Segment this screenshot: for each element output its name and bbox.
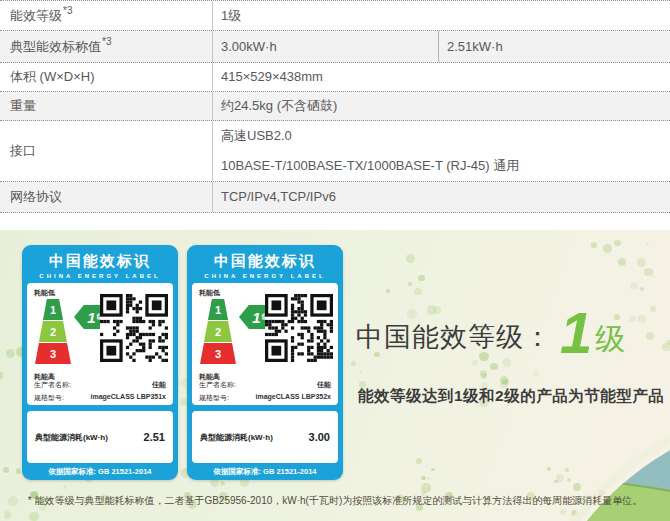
spec-row: 接口高速USB2.0 10BASE-T/100BASE-TX/1000BASE-…	[0, 121, 670, 182]
china-energy-label: 中国能效标识 CHINA ENERGY LABEL 耗能低 1 2 3 耗能高 …	[22, 245, 178, 480]
spec-value-cell: 高速USB2.0 10BASE-T/100BASE-TX/1000BASE-T …	[213, 121, 670, 181]
tier-1-segment: 1	[200, 299, 236, 320]
consumption-value: 2.51	[144, 431, 165, 443]
label-body-card: 耗能低 1 2 3 耗能高 1 级 生产者名称: 佳能 规格型号: imageC…	[192, 283, 338, 405]
spec-row: 网络协议TCP/IPv4,TCP/IPv6	[0, 182, 670, 213]
grade-subline: 能效等级达到1级和2级的产品为节能型产品	[358, 386, 664, 407]
spec-value-cell: 1级	[213, 1, 670, 30]
tier-2-segment: 2	[200, 321, 236, 342]
consumption-box: 典型能源消耗(kW·h) 3.00	[192, 411, 338, 463]
spec-label-cell: 体积 (W×D×H)	[0, 63, 213, 91]
manufacturer-label: 生产者名称:	[199, 380, 236, 390]
manufacturer-value: 佳能	[317, 380, 331, 390]
grade-number: 1	[252, 309, 260, 326]
tier-3-segment: 3	[200, 343, 236, 364]
qr-code-icon	[100, 294, 168, 362]
grade-headline-number: 1	[560, 310, 592, 356]
spec-value-cell: 415×529×438mm	[213, 63, 670, 91]
efficiency-pyramid: 1 2 3	[35, 299, 71, 365]
model-row: 规格型号: imageCLASS LBP352x	[199, 393, 331, 403]
qr-code-icon	[265, 294, 333, 362]
spec-value-cell: 约24.5kg (不含硒鼓)	[213, 92, 670, 120]
spec-value-cell: 3.00kW·h	[213, 31, 438, 62]
spec-value-cell: TCP/IPv4,TCP/IPv6	[213, 182, 670, 212]
grade-headline-prefix: 中国能效等级：	[356, 323, 552, 357]
spec-label-cell: 典型能效标称值*3	[0, 31, 213, 62]
manufacturer-value: 佳能	[152, 380, 166, 390]
spec-row: 体积 (W×D×H)415×529×438mm	[0, 63, 670, 92]
china-energy-label: 中国能效标识 CHINA ENERGY LABEL 耗能低 1 2 3 耗能高 …	[187, 245, 343, 480]
spec-label-cell: 接口	[0, 121, 213, 181]
spec-value-cell: 2.51kW·h	[438, 31, 670, 62]
standard-text: 依据国家标准: GB 21521-2014	[187, 467, 343, 477]
spec-row: 典型能效标称值*33.00kW·h2.51kW·h	[0, 31, 670, 63]
manufacturer-row: 生产者名称: 佳能	[34, 380, 166, 390]
label-title: 中国能效标识	[22, 245, 178, 271]
tier-1-segment: 1	[35, 299, 71, 320]
spec-row: 能效等级*31级	[0, 1, 670, 31]
spec-label-cell: 重量	[0, 92, 213, 120]
grade-headline: 中国能效等级： 1 级	[356, 310, 625, 356]
label-header: 中国能效标识 CHINA ENERGY LABEL	[22, 245, 178, 283]
spec-table: 能效等级*31级典型能效标称值*33.00kW·h2.51kW·h体积 (W×D…	[0, 0, 670, 213]
low-energy-text: 耗能低	[34, 288, 55, 298]
model-label: 规格型号:	[199, 393, 229, 403]
consumption-label: 典型能源消耗(kW·h)	[200, 432, 273, 443]
manufacturer-row: 生产者名称: 佳能	[199, 380, 331, 390]
spec-label-cell: 网络协议	[0, 182, 213, 212]
model-label: 规格型号:	[34, 393, 64, 403]
low-energy-text: 耗能低	[199, 288, 220, 298]
model-row: 规格型号: imageCLASS LBP351x	[34, 393, 166, 403]
label-body-card: 耗能低 1 2 3 耗能高 1 级 生产者名称: 佳能 规格型号: imageC…	[27, 283, 173, 405]
model-value: imageCLASS LBP351x	[91, 393, 166, 403]
spec-row: 重量约24.5kg (不含硒鼓)	[0, 92, 670, 121]
grade-number: 1	[87, 309, 95, 326]
label-header: 中国能效标识 CHINA ENERGY LABEL	[187, 245, 343, 283]
energy-efficiency-banner: 中国能效标识 CHINA ENERGY LABEL 耗能低 1 2 3 耗能高 …	[0, 230, 670, 521]
tier-2-segment: 2	[35, 321, 71, 342]
model-value: imageCLASS LBP352x	[256, 393, 331, 403]
consumption-value: 3.00	[309, 431, 330, 443]
grade-headline-suffix: 级	[595, 324, 625, 356]
footnote-text: * 能效等级与典型能耗标称值，二者基于GB25956-2010，kW·h(千瓦时…	[0, 494, 670, 508]
efficiency-pyramid: 1 2 3	[200, 299, 236, 365]
spec-label-cell: 能效等级*3	[0, 1, 213, 30]
manufacturer-label: 生产者名称:	[34, 380, 71, 390]
label-subtitle: CHINA ENERGY LABEL	[187, 273, 343, 279]
consumption-label: 典型能源消耗(kW·h)	[35, 432, 108, 443]
consumption-box: 典型能源消耗(kW·h) 2.51	[27, 411, 173, 463]
tier-3-segment: 3	[35, 343, 71, 364]
standard-text: 依据国家标准: GB 21521-2014	[22, 467, 178, 477]
product-spec-sheet: 能效等级*31级典型能效标称值*33.00kW·h2.51kW·h体积 (W×D…	[0, 0, 670, 521]
label-subtitle: CHINA ENERGY LABEL	[22, 273, 178, 279]
label-title: 中国能效标识	[187, 245, 343, 271]
